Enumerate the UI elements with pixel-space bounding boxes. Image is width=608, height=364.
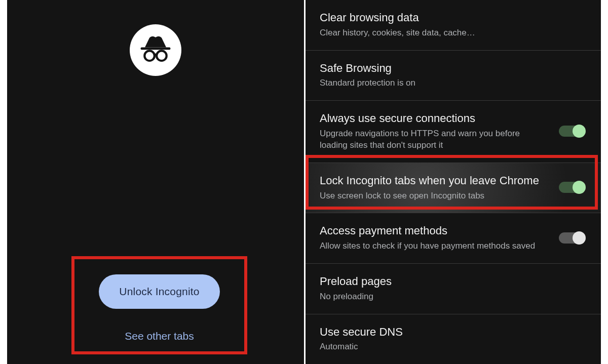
setting-safe-browsing[interactable]: Safe Browsing Standard protection is on xyxy=(306,51,601,101)
svg-point-2 xyxy=(157,51,167,61)
composite-screenshot: Unlock Incognito See other tabs Clear br… xyxy=(7,0,601,364)
setting-clear-browsing-data[interactable]: Clear browsing data Clear history, cooki… xyxy=(306,0,601,51)
setting-text: Preload pages No preloading xyxy=(320,274,587,303)
svg-rect-0 xyxy=(141,47,171,50)
setting-subtitle: Allow sites to check if you have payment… xyxy=(320,240,547,252)
setting-title: Use secure DNS xyxy=(320,325,587,340)
setting-text: Lock Incognito tabs when you leave Chrom… xyxy=(320,173,547,202)
svg-point-1 xyxy=(144,51,155,61)
setting-title: Always use secure connections xyxy=(320,111,547,126)
toggle-secure-connections[interactable] xyxy=(557,124,587,139)
toggle-payment-methods[interactable] xyxy=(557,230,587,246)
setting-subtitle: Standard protection is on xyxy=(320,77,587,89)
setting-title: Lock Incognito tabs when you leave Chrom… xyxy=(320,173,547,188)
annotation-highlight-left: Unlock Incognito See other tabs xyxy=(71,256,247,354)
setting-preload-pages[interactable]: Preload pages No preloading xyxy=(306,264,601,314)
setting-subtitle: Automatic xyxy=(320,341,587,353)
setting-text: Safe Browsing Standard protection is on xyxy=(320,61,587,90)
setting-use-secure-dns[interactable]: Use secure DNS Automatic xyxy=(306,314,601,364)
setting-text: Always use secure connections Upgrade na… xyxy=(320,111,547,151)
privacy-settings-list: Clear browsing data Clear history, cooki… xyxy=(304,0,601,364)
setting-subtitle: Use screen lock to see open Incognito ta… xyxy=(320,190,547,202)
unlock-incognito-button[interactable]: Unlock Incognito xyxy=(99,274,219,309)
setting-text: Clear browsing data Clear history, cooki… xyxy=(320,10,587,39)
toggle-lock-incognito[interactable] xyxy=(557,180,587,195)
setting-subtitle: Clear history, cookies, site data, cache… xyxy=(320,27,587,39)
setting-always-secure-connections[interactable]: Always use secure connections Upgrade na… xyxy=(306,101,601,163)
incognito-lock-screen: Unlock Incognito See other tabs xyxy=(7,0,304,364)
see-other-tabs-link[interactable]: See other tabs xyxy=(125,330,194,342)
setting-text: Use secure DNS Automatic xyxy=(320,325,587,353)
setting-subtitle: Upgrade navigations to HTTPS and warn yo… xyxy=(320,128,547,151)
setting-title: Preload pages xyxy=(320,274,587,289)
setting-title: Clear browsing data xyxy=(320,10,587,25)
setting-subtitle: No preloading xyxy=(320,291,587,303)
setting-access-payment-methods[interactable]: Access payment methods Allow sites to ch… xyxy=(306,213,601,264)
setting-lock-incognito-tabs[interactable]: Lock Incognito tabs when you leave Chrom… xyxy=(306,163,601,214)
incognito-icon xyxy=(130,24,181,76)
setting-title: Safe Browsing xyxy=(320,61,587,76)
setting-title: Access payment methods xyxy=(320,223,547,238)
setting-text: Access payment methods Allow sites to ch… xyxy=(320,223,547,252)
